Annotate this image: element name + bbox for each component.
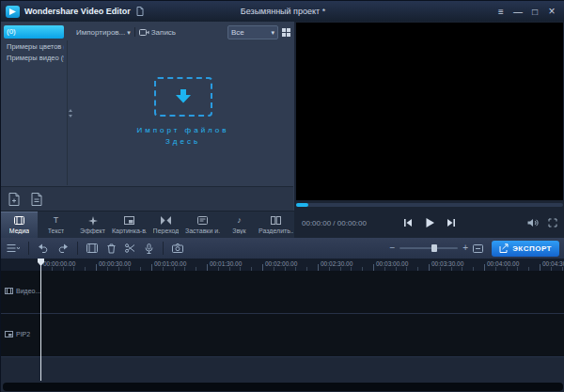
download-arrow-icon (174, 89, 193, 103)
timeline-toolbar: − + ЭКСПОРТ (1, 238, 564, 259)
play-button[interactable] (424, 217, 435, 228)
panel-splitter[interactable] (67, 40, 72, 185)
preview-panel: 00:00:00 / 00:00:00 (294, 22, 564, 238)
ruler-label: 00:02:30.00 (321, 260, 352, 267)
menu-icon[interactable]: ≡ (493, 4, 509, 19)
project-title: Безымянный проект * (133, 7, 433, 16)
collection-item-sample-videos[interactable]: Примеры видео (9) (4, 53, 64, 64)
tab-label: Текст (48, 227, 65, 234)
ruler-label: 00:03:30.00 (431, 260, 463, 267)
zoom-out-button[interactable]: − (389, 243, 395, 253)
edit-clip-icon[interactable] (86, 243, 98, 253)
pip-track-icon (5, 331, 13, 337)
collection-item-sample-colors[interactable]: Примеры цветов (13) (4, 41, 64, 53)
camera-icon (139, 28, 149, 37)
collection-item-user-album[interactable]: (0) (4, 25, 64, 39)
scroll-up-icon[interactable] (69, 109, 72, 112)
export-button[interactable]: ЭКСПОРТ (492, 241, 559, 257)
import-button[interactable]: Импортиров... ▾ (76, 28, 131, 37)
dropzone-border[interactable] (154, 77, 212, 117)
fit-timeline-icon[interactable] (473, 244, 483, 253)
ruler-label: 00:01:30.00 (210, 260, 242, 267)
import-dropzone[interactable]: Импорт файлов Здесь (74, 40, 291, 183)
ruler-label: 00:04:00.00 (487, 260, 519, 267)
dropzone-text-line1: Импорт файлов (136, 125, 228, 136)
zoom-in-button[interactable]: + (462, 243, 468, 253)
tab-intro-credit[interactable]: Заставки и... (184, 212, 221, 238)
track-label-text: PIP2 (16, 331, 30, 337)
tab-label: Эффект (80, 227, 105, 234)
tab-label: Переход (153, 227, 180, 234)
pip-icon (124, 216, 134, 226)
maximize-button[interactable]: □ (526, 4, 543, 19)
media-toolbar: Импортиров... ▾ Запись Все ▾ (76, 25, 290, 39)
media-library-panel: (0) Примеры цветов (13) Примеры видео (9… (1, 22, 295, 238)
step-forward-button[interactable] (446, 218, 456, 227)
track-pip2[interactable] (1, 314, 564, 357)
element-tabs: Медиа T Текст Эффект Картинка-в... (1, 211, 294, 238)
tab-effect[interactable]: Эффект (74, 212, 111, 238)
seek-bar-fill (296, 203, 308, 207)
track-pip2-header[interactable]: PIP2 (5, 331, 30, 337)
record-button[interactable]: Запись (139, 28, 176, 37)
tab-transition[interactable]: Переход (148, 212, 184, 238)
file-icon[interactable] (31, 193, 42, 206)
split-scissors-icon[interactable] (125, 243, 135, 253)
app-window: Wondershare Video Editor Безымянный прое… (0, 0, 564, 392)
app-logo-icon (6, 6, 20, 18)
track-video-header[interactable]: Видео... (5, 288, 40, 294)
zoom-control: − + (389, 243, 483, 253)
file-add-icon[interactable] (8, 193, 20, 206)
tab-text[interactable]: T Текст (38, 212, 74, 238)
close-button[interactable]: × (543, 4, 560, 19)
track-video[interactable] (1, 271, 564, 314)
timeline-horizontal-scrollbar[interactable] (3, 383, 563, 391)
grid-view-icon[interactable] (282, 28, 290, 37)
tab-media[interactable]: Медиа (1, 212, 38, 238)
transport-buttons (403, 217, 456, 228)
text-icon: T (54, 216, 59, 226)
playback-controls: 00:00:00 / 00:00:00 (294, 208, 564, 238)
step-back-button[interactable] (403, 218, 413, 227)
tab-sound[interactable]: ♪ Звук (221, 212, 258, 238)
media-panel-footer (1, 186, 293, 212)
timeline-panel: 00:00:00.00 00:00:30.00 00:01:00.00 00:0… (1, 259, 564, 392)
tab-split-screen[interactable]: Разделить... (258, 212, 294, 238)
import-label: Импортиров... (76, 28, 125, 37)
toolbar-divider (163, 242, 164, 255)
fullscreen-icon[interactable] (548, 218, 557, 227)
scroll-down-icon[interactable] (69, 115, 72, 118)
chevron-down-icon: ▾ (271, 29, 274, 36)
split-icon (271, 216, 281, 226)
track-label-text: Видео... (16, 288, 40, 294)
sound-icon: ♪ (237, 216, 242, 226)
toolbar-divider (134, 27, 135, 37)
tab-label: Звук (232, 227, 245, 234)
snapshot-icon[interactable] (172, 243, 183, 253)
mic-icon[interactable] (144, 243, 154, 254)
intro-icon (197, 216, 208, 226)
timeline-ruler[interactable]: 00:00:00.00 00:00:30.00 00:01:00.00 00:0… (1, 259, 564, 272)
playhead-line[interactable] (40, 263, 41, 381)
redo-icon[interactable] (57, 243, 69, 253)
volume-icon[interactable] (527, 218, 539, 227)
zoom-slider[interactable] (400, 247, 458, 249)
effect-icon (88, 216, 98, 226)
chevron-down-icon: ▾ (127, 29, 131, 36)
app-title: Wondershare Video Editor (24, 7, 131, 16)
minimize-button[interactable]: — (509, 4, 526, 19)
tab-picture-in-picture[interactable]: Картинка-в... (111, 212, 148, 238)
zoom-slider-handle[interactable] (431, 244, 437, 252)
ruler-label: 00:03:00.00 (376, 260, 408, 267)
undo-icon[interactable] (38, 243, 49, 253)
ruler-label: 00:04:30.00 (542, 260, 564, 267)
collection-list: (0) Примеры цветов (13) Примеры видео (9… (4, 25, 64, 185)
record-label: Запись (151, 28, 176, 37)
titlebar[interactable]: Wondershare Video Editor Безымянный прое… (1, 1, 564, 23)
track-manager-button[interactable] (7, 243, 20, 253)
media-filter-select[interactable]: Все ▾ (227, 25, 278, 39)
seek-bar[interactable] (296, 203, 563, 207)
video-viewport[interactable] (296, 23, 563, 200)
delete-icon[interactable] (106, 243, 117, 254)
video-track-icon (5, 288, 13, 294)
